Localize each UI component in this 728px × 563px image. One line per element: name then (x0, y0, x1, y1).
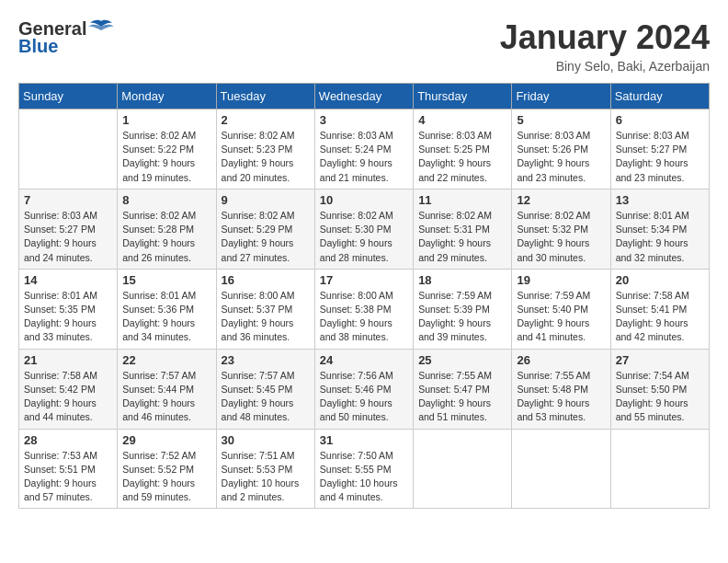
day-info: Sunrise: 8:03 AMSunset: 5:24 PMDaylight:… (320, 129, 408, 185)
logo: General Blue (18, 18, 114, 57)
day-info: Sunrise: 7:50 AMSunset: 5:55 PMDaylight:… (320, 449, 408, 505)
weekday-header-tuesday: Tuesday (216, 84, 314, 109)
calendar-cell: 20Sunrise: 7:58 AMSunset: 5:41 PMDayligh… (610, 269, 709, 349)
calendar-cell: 12Sunrise: 8:02 AMSunset: 5:32 PMDayligh… (512, 189, 610, 269)
day-info: Sunrise: 7:57 AMSunset: 5:45 PMDaylight:… (222, 369, 310, 425)
day-info: Sunrise: 8:03 AMSunset: 5:25 PMDaylight:… (418, 129, 506, 185)
day-info: Sunrise: 8:03 AMSunset: 5:27 PMDaylight:… (616, 129, 704, 185)
day-number: 14 (24, 273, 112, 287)
calendar-cell: 3Sunrise: 8:03 AMSunset: 5:24 PMDaylight… (314, 109, 413, 190)
calendar-cell: 4Sunrise: 8:03 AMSunset: 5:25 PMDaylight… (414, 109, 512, 190)
day-number: 22 (122, 353, 210, 367)
day-number: 16 (222, 273, 310, 287)
day-info: Sunrise: 8:01 AMSunset: 5:35 PMDaylight:… (24, 289, 112, 345)
day-info: Sunrise: 7:51 AMSunset: 5:53 PMDaylight:… (222, 449, 310, 505)
calendar-cell: 15Sunrise: 8:01 AMSunset: 5:36 PMDayligh… (118, 269, 216, 349)
logo-blue: Blue (18, 36, 58, 57)
weekday-header-wednesday: Wednesday (314, 84, 413, 109)
day-number: 3 (320, 113, 408, 127)
calendar-cell: 13Sunrise: 8:01 AMSunset: 5:34 PMDayligh… (610, 189, 709, 269)
day-number: 4 (418, 113, 506, 127)
day-info: Sunrise: 8:00 AMSunset: 5:38 PMDaylight:… (320, 289, 408, 345)
day-number: 7 (24, 193, 112, 207)
day-number: 1 (122, 113, 210, 127)
week-row-4: 21Sunrise: 7:58 AMSunset: 5:42 PMDayligh… (19, 349, 710, 429)
day-info: Sunrise: 7:56 AMSunset: 5:46 PMDaylight:… (320, 369, 408, 425)
calendar-cell: 9Sunrise: 8:02 AMSunset: 5:29 PMDaylight… (216, 189, 314, 269)
day-number: 15 (122, 273, 210, 287)
weekday-header-thursday: Thursday (414, 84, 512, 109)
day-info: Sunrise: 8:02 AMSunset: 5:22 PMDaylight:… (122, 129, 210, 185)
calendar-cell: 10Sunrise: 8:02 AMSunset: 5:30 PMDayligh… (314, 189, 413, 269)
day-info: Sunrise: 7:53 AMSunset: 5:51 PMDaylight:… (24, 449, 112, 505)
page-header: General Blue January 2024 Biny Selo, Bak… (18, 18, 710, 74)
calendar-cell: 26Sunrise: 7:55 AMSunset: 5:48 PMDayligh… (512, 349, 610, 429)
calendar-cell: 16Sunrise: 8:00 AMSunset: 5:37 PMDayligh… (216, 269, 314, 349)
day-info: Sunrise: 8:02 AMSunset: 5:29 PMDaylight:… (222, 209, 310, 265)
day-number: 10 (320, 193, 408, 207)
day-number: 20 (616, 273, 704, 287)
day-info: Sunrise: 8:03 AMSunset: 5:27 PMDaylight:… (24, 209, 112, 265)
day-info: Sunrise: 8:02 AMSunset: 5:28 PMDaylight:… (122, 209, 210, 265)
location-subtitle: Biny Selo, Baki, Azerbaijan (500, 59, 710, 74)
day-info: Sunrise: 8:02 AMSunset: 5:30 PMDaylight:… (320, 209, 408, 265)
calendar-cell: 22Sunrise: 7:57 AMSunset: 5:44 PMDayligh… (118, 349, 216, 429)
calendar-cell: 29Sunrise: 7:52 AMSunset: 5:52 PMDayligh… (118, 429, 216, 509)
week-row-3: 14Sunrise: 8:01 AMSunset: 5:35 PMDayligh… (19, 269, 710, 349)
calendar-cell: 31Sunrise: 7:50 AMSunset: 5:55 PMDayligh… (314, 429, 413, 509)
calendar-cell: 2Sunrise: 8:02 AMSunset: 5:23 PMDaylight… (216, 109, 314, 190)
calendar-cell (414, 429, 512, 509)
weekday-header-monday: Monday (118, 84, 216, 109)
day-number: 23 (222, 353, 310, 367)
day-number: 19 (517, 273, 605, 287)
calendar-cell: 7Sunrise: 8:03 AMSunset: 5:27 PMDaylight… (19, 189, 118, 269)
day-number: 13 (616, 193, 704, 207)
day-info: Sunrise: 8:03 AMSunset: 5:26 PMDaylight:… (517, 129, 605, 185)
day-number: 29 (122, 433, 210, 447)
day-number: 27 (616, 353, 704, 367)
calendar-table: SundayMondayTuesdayWednesdayThursdayFrid… (18, 83, 710, 509)
weekday-header-saturday: Saturday (610, 84, 709, 109)
calendar-cell: 8Sunrise: 8:02 AMSunset: 5:28 PMDaylight… (118, 189, 216, 269)
day-number: 11 (418, 193, 506, 207)
calendar-cell: 11Sunrise: 8:02 AMSunset: 5:31 PMDayligh… (414, 189, 512, 269)
day-info: Sunrise: 8:02 AMSunset: 5:32 PMDaylight:… (517, 209, 605, 265)
week-row-1: 1Sunrise: 8:02 AMSunset: 5:22 PMDaylight… (19, 109, 710, 190)
calendar-cell: 17Sunrise: 8:00 AMSunset: 5:38 PMDayligh… (314, 269, 413, 349)
calendar-cell: 19Sunrise: 7:59 AMSunset: 5:40 PMDayligh… (512, 269, 610, 349)
calendar-cell: 5Sunrise: 8:03 AMSunset: 5:26 PMDaylight… (512, 109, 610, 190)
month-title: January 2024 (500, 18, 710, 57)
day-number: 18 (418, 273, 506, 287)
day-info: Sunrise: 7:55 AMSunset: 5:48 PMDaylight:… (517, 369, 605, 425)
day-info: Sunrise: 7:52 AMSunset: 5:52 PMDaylight:… (122, 449, 210, 505)
day-number: 30 (222, 433, 310, 447)
calendar-cell: 21Sunrise: 7:58 AMSunset: 5:42 PMDayligh… (19, 349, 118, 429)
day-info: Sunrise: 7:55 AMSunset: 5:47 PMDaylight:… (418, 369, 506, 425)
day-number: 17 (320, 273, 408, 287)
calendar-cell: 25Sunrise: 7:55 AMSunset: 5:47 PMDayligh… (414, 349, 512, 429)
calendar-cell: 24Sunrise: 7:56 AMSunset: 5:46 PMDayligh… (314, 349, 413, 429)
logo-bird-icon (88, 19, 114, 40)
day-number: 9 (222, 193, 310, 207)
calendar-cell (19, 109, 118, 190)
calendar-cell: 30Sunrise: 7:51 AMSunset: 5:53 PMDayligh… (216, 429, 314, 509)
day-number: 24 (320, 353, 408, 367)
day-info: Sunrise: 8:01 AMSunset: 5:34 PMDaylight:… (616, 209, 704, 265)
calendar-cell: 1Sunrise: 8:02 AMSunset: 5:22 PMDaylight… (118, 109, 216, 190)
day-number: 28 (24, 433, 112, 447)
day-info: Sunrise: 8:00 AMSunset: 5:37 PMDaylight:… (222, 289, 310, 345)
day-info: Sunrise: 7:59 AMSunset: 5:40 PMDaylight:… (517, 289, 605, 345)
calendar-cell (512, 429, 610, 509)
weekday-header-friday: Friday (512, 84, 610, 109)
day-number: 26 (517, 353, 605, 367)
day-info: Sunrise: 7:58 AMSunset: 5:41 PMDaylight:… (616, 289, 704, 345)
day-number: 12 (517, 193, 605, 207)
calendar-cell: 27Sunrise: 7:54 AMSunset: 5:50 PMDayligh… (610, 349, 709, 429)
week-row-5: 28Sunrise: 7:53 AMSunset: 5:51 PMDayligh… (19, 429, 710, 509)
day-info: Sunrise: 7:54 AMSunset: 5:50 PMDaylight:… (616, 369, 704, 425)
calendar-cell: 28Sunrise: 7:53 AMSunset: 5:51 PMDayligh… (19, 429, 118, 509)
calendar-cell: 14Sunrise: 8:01 AMSunset: 5:35 PMDayligh… (19, 269, 118, 349)
title-block: January 2024 Biny Selo, Baki, Azerbaijan (500, 18, 710, 74)
calendar-cell (610, 429, 709, 509)
weekday-header-sunday: Sunday (19, 84, 118, 109)
